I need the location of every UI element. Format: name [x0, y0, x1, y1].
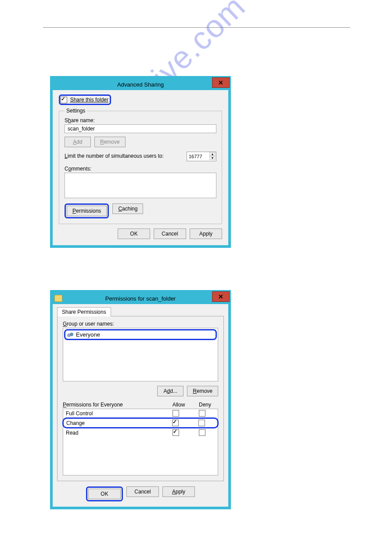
perm-full-control-label: Full Control: [66, 410, 162, 417]
allow-header: Allow: [165, 402, 192, 408]
comments-textarea[interactable]: [65, 173, 216, 198]
advanced-sharing-dialog: Advanced Sharing ✕ Share this folder Set…: [50, 76, 231, 248]
deny-header: Deny: [192, 402, 218, 408]
share-folder-highlight: Share this folder: [59, 94, 111, 105]
dialog-title: Permissions for scan_folder: [105, 295, 176, 302]
caching-button[interactable]: Caching: [112, 203, 143, 214]
permissions-table: Permissions for Everyone Allow Deny Full…: [63, 402, 218, 475]
permissions-list: Full Control Change Read: [63, 409, 218, 475]
limit-users-spinner[interactable]: 16777 ▲▼: [187, 152, 216, 161]
share-folder-checkbox[interactable]: [61, 97, 67, 103]
perm-change-label: Change: [66, 420, 162, 426]
close-button[interactable]: ✕: [212, 77, 230, 88]
perm-read-label: Read: [66, 430, 162, 436]
folder-icon: [54, 295, 62, 302]
share-name-label: Share name:: [65, 117, 216, 123]
close-button[interactable]: ✕: [212, 291, 230, 302]
page-divider: [43, 27, 350, 28]
dialog-titlebar: Permissions for scan_folder ✕: [53, 293, 228, 304]
read-allow-checkbox[interactable]: [173, 429, 179, 436]
dialog-title: Advanced Sharing: [117, 81, 164, 88]
read-deny-checkbox[interactable]: [199, 429, 205, 436]
perm-row-read: Read: [63, 428, 218, 437]
user-everyone-highlight: Everyone: [64, 329, 217, 340]
apply-button[interactable]: Apply: [162, 486, 195, 497]
full-control-allow-checkbox[interactable]: [173, 410, 179, 417]
change-deny-checkbox[interactable]: [198, 420, 205, 426]
add-user-button[interactable]: Add...: [157, 386, 183, 396]
permissions-button[interactable]: Permissions: [67, 206, 107, 216]
change-allow-checkbox[interactable]: [172, 420, 179, 426]
ok-highlight: OK: [86, 486, 123, 501]
group-user-names-label: Group or user names:: [63, 321, 218, 327]
limit-label: Limit the number of simultaneous users t…: [65, 153, 164, 159]
ok-button[interactable]: OK: [88, 489, 121, 499]
dialog-titlebar: Advanced Sharing ✕: [53, 79, 228, 90]
settings-legend: Settings: [65, 108, 87, 114]
share-name-input[interactable]: [65, 124, 216, 133]
perm-row-full-control: Full Control: [63, 409, 218, 417]
user-list[interactable]: Everyone: [63, 328, 218, 381]
permissions-highlight: Permissions: [65, 203, 109, 218]
apply-button[interactable]: Apply: [190, 229, 222, 239]
remove-button[interactable]: Remove: [94, 137, 126, 147]
settings-group: Settings Share name: Add Remove Limit th…: [59, 108, 222, 224]
tab-share-permissions[interactable]: Share Permissions: [57, 307, 111, 316]
cancel-button[interactable]: Cancel: [154, 229, 186, 239]
perm-row-change-highlight: Change: [62, 417, 219, 428]
ok-button[interactable]: OK: [118, 229, 150, 239]
permissions-dialog: Permissions for scan_folder ✕ Share Perm…: [50, 290, 231, 509]
remove-user-button[interactable]: Remove: [187, 386, 218, 396]
users-icon: [67, 332, 74, 338]
cancel-button[interactable]: Cancel: [126, 486, 159, 497]
dialog-body: Share this folder Settings Share name: A…: [53, 90, 228, 245]
limit-value: 16777: [189, 154, 202, 159]
full-control-deny-checkbox[interactable]: [199, 410, 205, 417]
dialog-body: Share Permissions Group or user names: E…: [53, 304, 228, 507]
permissions-for-label: Permissions for Everyone: [63, 402, 165, 408]
tab-panel: Group or user names: Everyone Add... Rem…: [57, 316, 224, 481]
user-everyone-label[interactable]: Everyone: [76, 331, 100, 338]
comments-label: Comments:: [65, 166, 216, 172]
share-folder-label[interactable]: Share this folder: [70, 97, 108, 103]
add-button[interactable]: Add: [65, 137, 91, 147]
